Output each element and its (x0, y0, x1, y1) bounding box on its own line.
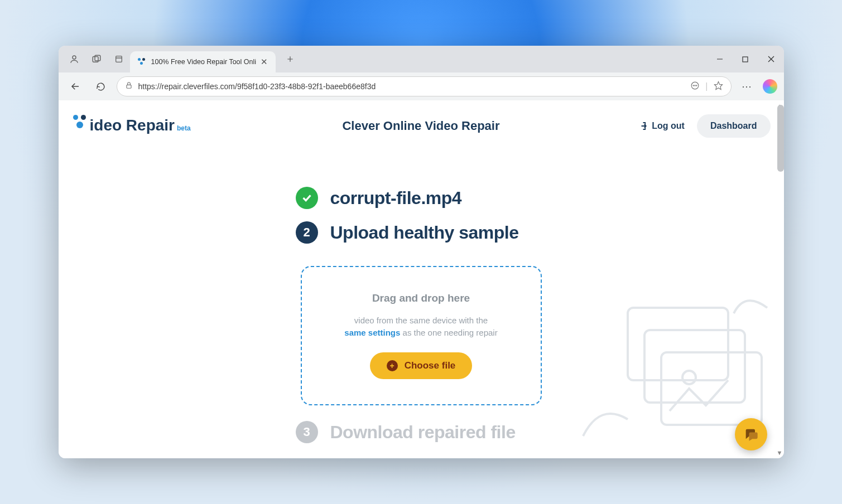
plus-icon: + (387, 360, 398, 371)
svg-point-15 (695, 85, 695, 85)
step-3-badge: 3 (296, 421, 318, 443)
logo-text: ideo Repair (90, 117, 175, 134)
step-2-title: Upload healthy sample (330, 222, 519, 243)
favicon-icon (138, 57, 147, 66)
svg-point-16 (696, 85, 697, 85)
tab-actions-icon[interactable] (108, 48, 130, 70)
dropzone-subtitle: video from the same device with the same… (344, 314, 497, 339)
svg-rect-3 (116, 56, 122, 62)
dropzone-title: Drag and drop here (372, 292, 470, 304)
choose-file-button[interactable]: + Choose file (370, 352, 473, 379)
favorite-icon[interactable] (714, 81, 723, 93)
chat-icon (743, 427, 759, 442)
dropzone-sub-after: as the one needing repair (400, 328, 497, 337)
page-title: Clever Online Video Repair (342, 119, 499, 133)
svg-marker-17 (714, 81, 722, 89)
url-input[interactable]: https://repair.cleverfiles.com/9f58f1d0-… (117, 76, 732, 96)
profile-icon[interactable] (63, 48, 85, 70)
logo-mark-icon (72, 114, 89, 130)
svg-rect-12 (126, 85, 131, 88)
chat-fab[interactable] (735, 418, 767, 450)
maximize-button[interactable] (733, 48, 758, 70)
new-tab-button[interactable] (279, 48, 301, 70)
step-3-title: Download repaired file (330, 422, 516, 443)
logo-beta-badge: beta (177, 124, 191, 132)
tab-title: 100% Free Video Repair Tool Onli (151, 58, 257, 66)
workspaces-icon[interactable] (85, 48, 108, 70)
svg-point-0 (73, 56, 76, 59)
lock-icon (125, 81, 133, 91)
page-viewport: ▲ ▼ ideo Repair (59, 100, 784, 458)
app-logo[interactable]: ideo Repair beta (72, 114, 191, 138)
settings-menu-button[interactable]: ⋯ (737, 76, 757, 96)
back-button[interactable] (65, 76, 85, 96)
choose-file-label: Choose file (405, 360, 456, 371)
step-1-filename: corrupt-file.mp4 (330, 188, 462, 209)
step-2-badge: 2 (296, 221, 318, 244)
main-content: corrupt-file.mp4 2 Upload healthy sample… (59, 148, 784, 455)
browser-titlebar: 100% Free Video Repair Tool Onli ✕ (59, 46, 784, 72)
step-2-row: 2 Upload healthy sample (296, 221, 547, 244)
copilot-icon[interactable] (763, 79, 777, 94)
check-icon (296, 187, 318, 209)
step-1-row: corrupt-file.mp4 (296, 187, 547, 209)
svg-rect-8 (743, 57, 748, 62)
dashboard-label: Dashboard (710, 121, 757, 130)
svg-rect-1 (93, 57, 98, 62)
browser-tab[interactable]: 100% Free Video Repair Tool Onli ✕ (130, 51, 276, 72)
svg-rect-2 (95, 55, 100, 61)
refresh-button[interactable] (91, 76, 111, 96)
upload-dropzone[interactable]: Drag and drop here video from the same d… (301, 266, 542, 405)
step-3-row: 3 Download repaired file (296, 421, 547, 443)
dashboard-button[interactable]: Dashboard (697, 114, 771, 138)
minimize-button[interactable] (707, 48, 733, 70)
logout-icon (637, 121, 647, 131)
address-bar: https://repair.cleverfiles.com/9f58f1d0-… (59, 72, 784, 100)
page-info-icon[interactable] (690, 81, 700, 93)
svg-point-14 (693, 85, 694, 85)
app-header: ideo Repair beta Clever Online Video Rep… (59, 100, 784, 148)
window-controls (707, 48, 784, 70)
close-tab-icon[interactable]: ✕ (261, 57, 268, 67)
dropzone-sub-before: video from the same device with the (354, 316, 488, 325)
url-text: https://repair.cleverfiles.com/9f58f1d0-… (138, 82, 685, 91)
logout-link[interactable]: Log out (637, 121, 685, 131)
same-settings-link[interactable]: same settings (344, 328, 400, 337)
close-window-button[interactable] (758, 48, 784, 70)
browser-window: 100% Free Video Repair Tool Onli ✕ https… (59, 46, 784, 458)
logout-label: Log out (652, 121, 685, 131)
